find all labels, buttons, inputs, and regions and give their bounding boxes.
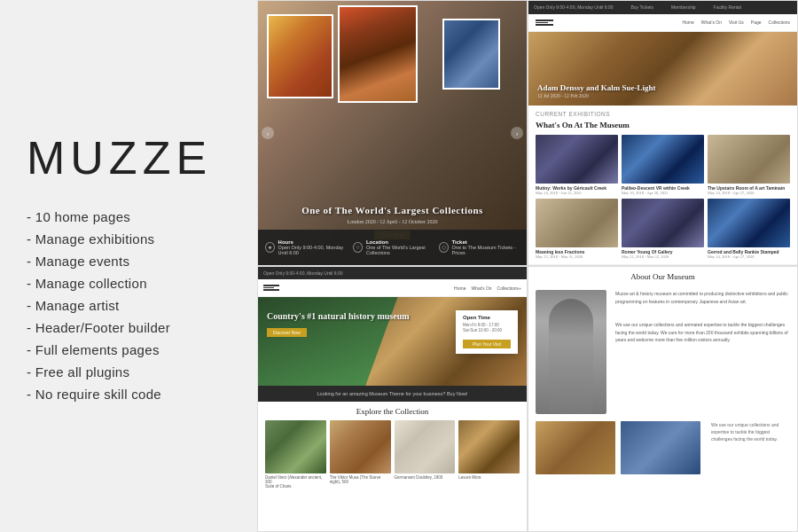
open-time-card: Open Time Mon-Fri 9:00 - 17:00 Sat-Sun 1… bbox=[456, 310, 518, 354]
artwork-item-5: Romer Young Of Gallery May 22, 2018 - Ma… bbox=[622, 199, 704, 259]
artwork-info-1: Mutiny: Works by Géricault Creek May 14,… bbox=[536, 185, 618, 195]
artwork-thumb-2 bbox=[622, 135, 704, 184]
collection-item-4: Lesure More bbox=[458, 420, 520, 489]
nav-page[interactable]: Page bbox=[751, 20, 762, 25]
artwork-item-2: Palileo-Descent VR within Creek May 10, … bbox=[622, 135, 704, 195]
artworks-row-1: Mutiny: Works by Géricault Creek May 14,… bbox=[536, 135, 790, 195]
logo-line bbox=[263, 287, 274, 289]
card3-nav-collections[interactable]: Collections+ bbox=[497, 286, 521, 291]
artworks-row-2: Meaning less Fractions May 13, 2018 - Ma… bbox=[536, 199, 790, 259]
collection-item-3: Germansen Doubtley, 1900 bbox=[395, 420, 456, 489]
collection-title-3: Germansen Doubtley, 1900 bbox=[395, 475, 456, 480]
artwork-info-2: Palileo-Descent VR within Creek May 10, … bbox=[622, 185, 704, 195]
card-about-museum: About Our Museum Muzze art & history mus… bbox=[528, 266, 798, 532]
collection-thumb-1 bbox=[265, 420, 326, 473]
right-panel: One of The World's Largest Collections L… bbox=[257, 0, 798, 532]
hero-hours-text: Hours Open Only 9:00-4:00, Monday Until … bbox=[278, 239, 354, 255]
card3-topbar: Open Only 9:00-4:00, Monday Until 6:00 bbox=[258, 267, 527, 279]
hero-painting-right bbox=[442, 19, 500, 90]
artwork-date-5: May 22, 2018 - Mar 22, 2020 bbox=[622, 254, 704, 259]
artwork-thumb-3 bbox=[708, 135, 790, 184]
location-icon: ○ bbox=[353, 242, 363, 253]
feature-item-5: - Manage artist bbox=[27, 298, 231, 313]
collection-info-1: Daniel Vierz (Alexander ancient, 300 Sui… bbox=[265, 475, 326, 489]
nav-collections[interactable]: Collections bbox=[769, 20, 790, 25]
open-time-label: Open Time bbox=[463, 315, 511, 320]
artwork-info-4: Meaning less Fractions May 13, 2018 - Ma… bbox=[536, 249, 618, 259]
hero-prev-arrow[interactable]: ‹ bbox=[262, 127, 274, 139]
open-time-weekday: Mon-Fri 9:00 - 17:00 bbox=[463, 323, 511, 327]
about-desc-1: Muzze art & history museum at committed … bbox=[615, 290, 790, 305]
about-text-content: Muzze art & history museum at committed … bbox=[615, 290, 790, 414]
artwork-thumb-4 bbox=[536, 199, 618, 247]
hero-subtitle: London 2020 / 12 April - 12 October 2020 bbox=[301, 219, 483, 224]
collection-title-4: Lesure More bbox=[458, 475, 520, 480]
hero-info-bar: ● Hours Open Only 9:00-4:00, Monday Unti… bbox=[258, 230, 527, 265]
card3-hero-title: Country's #1 natural history museum bbox=[267, 310, 410, 322]
sculpture-image bbox=[536, 290, 606, 414]
artwork-thumb-6 bbox=[708, 199, 790, 247]
hero-background: One of The World's Largest Collections L… bbox=[258, 1, 527, 265]
card2-hero-overlay: Adam Denssy and Kalm Sue-Light 12 Jul 20… bbox=[537, 83, 656, 98]
artwork-info-3: The Upstairs Room of A art Taminain May … bbox=[708, 185, 790, 195]
artwork-date-4: May 13, 2018 - Mar 31, 2020 bbox=[536, 254, 618, 259]
hero-next-arrow[interactable]: › bbox=[511, 127, 523, 139]
nav-home[interactable]: Home bbox=[682, 20, 693, 25]
logo-line bbox=[263, 285, 279, 286]
card3-cta-button[interactable]: Discover Now bbox=[267, 328, 307, 337]
hero-painting-center bbox=[338, 5, 418, 103]
card3-collection-section: Explore the Collection Daniel Vierz (Ale… bbox=[258, 402, 527, 531]
collection-grid: Daniel Vierz (Alexander ancient, 300 Sui… bbox=[265, 420, 520, 489]
topbar-hours: Open Only 9:00-4:00, Monday Until 6:00 bbox=[534, 4, 614, 10]
about-more-images: We use our unique collections and expert… bbox=[528, 421, 797, 481]
logo-line-2 bbox=[536, 22, 548, 24]
topbar-buy-tickets[interactable]: Buy Tickets bbox=[631, 4, 654, 10]
card3-hero-text: Country's #1 natural history museum Disc… bbox=[267, 310, 410, 338]
feature-item-7: - Full elements pages bbox=[27, 342, 231, 357]
collection-thumb-4 bbox=[458, 420, 520, 473]
card3-nav-links: Home What's On Collections+ bbox=[454, 286, 521, 291]
plan-visit-button[interactable]: Plan Your Visit bbox=[463, 340, 511, 348]
feature-item-4: - Manage collection bbox=[27, 276, 231, 291]
collection-info-4: Lesure More bbox=[458, 475, 520, 480]
card3-nav-whats-on[interactable]: What's On bbox=[471, 286, 491, 291]
hero-painting-left bbox=[267, 14, 333, 98]
card3-topbar-text: Open Only 9:00-4:00, Monday Until 6:00 bbox=[263, 270, 343, 276]
nav-visit-us[interactable]: Visit Us bbox=[729, 20, 744, 25]
collection-thumb-3 bbox=[395, 420, 456, 473]
brand-title: MUZZE bbox=[27, 131, 231, 184]
hero-ticket-text: Ticket One to The Museum Tickets - Price… bbox=[452, 239, 520, 255]
collection-title-2: The Viktor Musa (The Starve night), 500 bbox=[330, 475, 391, 484]
card2-nav: Home What's On Visit Us Page Collections bbox=[528, 14, 797, 32]
collection-info-3: Germansen Doubtley, 1900 bbox=[395, 475, 456, 480]
ticket-icon: ◇ bbox=[439, 242, 449, 253]
about-more-text: We use our unique collections and expert… bbox=[706, 421, 790, 474]
card2-hero-title: Adam Denssy and Kalm Sue-Light bbox=[537, 83, 656, 92]
card3-nav-home[interactable]: Home bbox=[454, 286, 466, 291]
card-hero-slider: One of The World's Largest Collections L… bbox=[257, 0, 528, 266]
hero-location-item: ○ Location One of The World's Largest Co… bbox=[353, 239, 439, 255]
nav-links: Home What's On Visit Us Page Collections bbox=[682, 20, 790, 25]
card-natural-museum: Open Only 9:00-4:00, Monday Until 6:00 H… bbox=[257, 266, 528, 532]
about-more-desc: We use our unique collections and expert… bbox=[711, 421, 790, 442]
artwork-item-6: Gerrod and Belly Rankie Stamped May 14, … bbox=[708, 199, 790, 259]
artwork-thumb-1 bbox=[536, 135, 618, 184]
about-more-img-2 bbox=[621, 421, 700, 474]
about-more-img-1 bbox=[536, 421, 615, 474]
artwork-thumb-5 bbox=[622, 199, 704, 247]
museum-logo bbox=[536, 20, 553, 26]
feature-item-9: - No require skill code bbox=[27, 387, 231, 402]
hero-ticket-item: ◇ Ticket One to The Museum Tickets - Pri… bbox=[439, 239, 520, 255]
artwork-item-3: The Upstairs Room of A art Taminain May … bbox=[708, 135, 790, 195]
feature-item-1: - 10 home pages bbox=[27, 209, 231, 224]
topbar-facility[interactable]: Facility Rental bbox=[714, 4, 741, 10]
about-content: Muzze art & history museum at committed … bbox=[528, 283, 797, 421]
card3-promo-banner: Looking for an amazing Museum Theme for … bbox=[258, 386, 527, 402]
topbar-membership[interactable]: Membership bbox=[671, 4, 696, 10]
nav-whats-on[interactable]: What's On bbox=[701, 20, 722, 25]
about-section-title: About Our Museum bbox=[528, 267, 797, 283]
collection-thumb-2 bbox=[330, 420, 391, 473]
card3-nav: Home What's On Collections+ bbox=[258, 279, 527, 297]
about-desc-2: We use our unique collections and animat… bbox=[615, 321, 790, 344]
card-museum-exhibitions: Open Only 9:00-4:00, Monday Until 6:00 B… bbox=[528, 0, 798, 266]
